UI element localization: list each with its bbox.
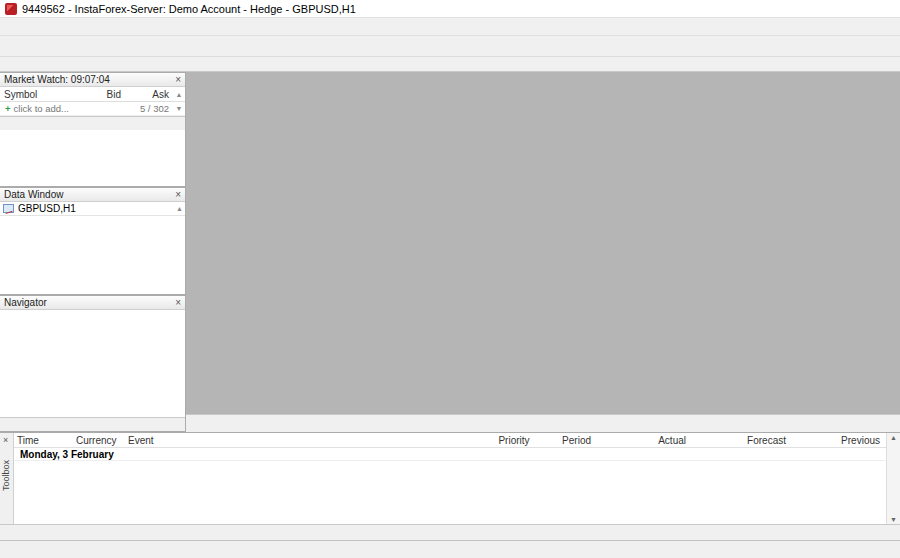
status-bar	[0, 540, 900, 558]
data-window-symbol: GBPUSD,H1	[18, 203, 76, 214]
scroll-up-icon[interactable]: ▲	[176, 205, 185, 212]
toolbox-panel: × Toolbox Time Currency Event Priority P…	[0, 432, 900, 524]
close-icon[interactable]: ×	[175, 298, 181, 308]
navigator-panel: Navigator ×	[0, 295, 186, 432]
calendar-table: Time Currency Event Priority Period Actu…	[14, 433, 886, 524]
close-icon[interactable]: ×	[3, 435, 8, 445]
symbol-count: 5 / 302	[140, 103, 173, 114]
close-icon[interactable]: ×	[175, 75, 181, 85]
market-watch-title: Market Watch: 09:07:04	[4, 74, 110, 85]
add-symbol-icon[interactable]: +	[0, 103, 14, 114]
left-panels: Market Watch: 09:07:04 × Symbol Bid Ask …	[0, 72, 186, 432]
mt5-terminal: 9449562 - InstaForex-Server: Demo Accoun…	[0, 0, 900, 558]
market-watch-header: Symbol Bid Ask ▲	[0, 87, 185, 102]
scroll-down-icon[interactable]: ▼	[173, 105, 185, 112]
toolbox-strip: × Toolbox	[0, 433, 14, 524]
col-priority: Priority	[488, 435, 540, 446]
col-time: Time	[14, 435, 76, 446]
market-watch-panel: Market Watch: 09:07:04 × Symbol Bid Ask …	[0, 72, 186, 187]
market-watch-footer[interactable]: + click to add... 5 / 302 ▼	[0, 102, 185, 116]
calendar-date-group: Monday, 3 February	[14, 448, 886, 461]
chart-area	[186, 72, 900, 414]
window-title: 9449562 - InstaForex-Server: Demo Accoun…	[22, 3, 356, 15]
col-forecast: Forecast	[692, 435, 792, 446]
navigator-title: Navigator	[4, 297, 47, 308]
click-to-add[interactable]: click to add...	[14, 103, 69, 114]
calendar-header: Time Currency Event Priority Period Actu…	[14, 433, 886, 448]
col-bid: Bid	[77, 89, 125, 100]
col-ask: Ask	[125, 89, 173, 100]
window-titlebar[interactable]: 9449562 - InstaForex-Server: Demo Accoun…	[0, 0, 900, 18]
toolbar	[0, 36, 900, 57]
calendar-scrollbar[interactable]: ▲ ▼	[886, 433, 900, 524]
timeframe-bar	[0, 57, 900, 72]
col-actual: Actual	[597, 435, 692, 446]
col-period: Period	[540, 435, 597, 446]
menu-bar	[0, 18, 900, 36]
data-window-panel: Data Window × GBPUSD,H1 ▲	[0, 187, 186, 295]
chart-tab-bar	[186, 414, 900, 432]
scroll-up-icon[interactable]: ▲	[173, 91, 185, 98]
col-previous: Previous	[792, 435, 886, 446]
col-currency: Currency	[76, 435, 128, 446]
col-event: Event	[128, 435, 488, 446]
scroll-down-icon[interactable]: ▼	[890, 516, 897, 523]
app-logo-icon	[5, 3, 17, 15]
data-window-title: Data Window	[4, 189, 63, 200]
chart-icon	[3, 204, 14, 213]
toolbox-label: Toolbox	[1, 460, 11, 491]
scroll-up-icon[interactable]: ▲	[890, 434, 897, 441]
col-symbol: Symbol	[0, 89, 77, 100]
close-icon[interactable]: ×	[175, 190, 181, 200]
toolbox-tab-bar	[0, 524, 900, 540]
